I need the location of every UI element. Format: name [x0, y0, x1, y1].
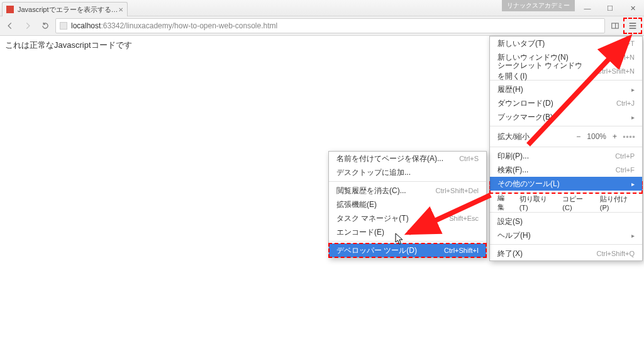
menu-history[interactable]: 履歴(H) [490, 82, 642, 96]
url-bar[interactable]: localhost:63342/linuxacademy/how-to-open… [55, 18, 605, 33]
zoom-in-button[interactable]: + [613, 132, 617, 141]
menu-find[interactable]: 検索(F)...Ctrl+F [490, 163, 642, 177]
zoom-value: 100% [587, 132, 606, 141]
menu-copy[interactable]: コピー(C) [562, 194, 591, 211]
tab-title: Javascriptでエラーを表示する… [18, 5, 118, 14]
forward-button[interactable] [20, 18, 35, 33]
menu-bookmarks[interactable]: ブックマーク(B) [490, 110, 642, 124]
submenu-task-manager[interactable]: タスク マネージャ(T)Shift+Esc [329, 211, 486, 225]
menu-cut[interactable]: 切り取り(T) [519, 194, 554, 211]
menu-new-tab[interactable]: 新しいタブ(T)Ctrl+T [490, 36, 642, 50]
zoom-out-button[interactable]: − [576, 132, 580, 141]
window-titlebar: Javascriptでエラーを表示する… ✕ リナックスアカデミー — ☐ ✕ [0, 0, 644, 16]
menu-incognito[interactable]: シークレット ウィンドウを開く(I)Ctrl+Shift+N [490, 64, 642, 78]
submenu-save-as[interactable]: 名前を付けてページを保存(A)...Ctrl+S [329, 152, 486, 165]
menu-settings[interactable]: 設定(S) [490, 215, 642, 228]
submenu-add-to-desktop[interactable]: デスクトップに追加... [329, 165, 486, 179]
url-path: :63342/linuxacademy/how-to-open-web-cons… [101, 21, 277, 30]
chrome-menu-button[interactable] [624, 18, 641, 33]
reload-button[interactable] [38, 18, 53, 33]
page-text: これは正常なJavascriptコードです [5, 40, 132, 50]
window-controls: — ☐ ✕ [576, 0, 644, 16]
chrome-main-menu: 新しいタブ(T)Ctrl+T 新しいウィンドウ(N)Ctrl+N シークレット … [489, 36, 643, 261]
close-window-button[interactable]: ✕ [621, 0, 644, 16]
menu-paste[interactable]: 貼り付け(P) [600, 194, 635, 211]
menu-edit-row: 編集 切り取り(T) コピー(C) 貼り付け(P) [490, 195, 642, 210]
menu-exit[interactable]: 終了(X)Ctrl+Shift+Q [490, 247, 642, 260]
zoom-label: 拡大/縮小 [497, 131, 530, 142]
menu-edit-label: 編集 [497, 193, 511, 212]
app-overlay-label: リナックスアカデミー [502, 0, 575, 11]
menu-zoom-row: 拡大/縮小 − 100% + [490, 128, 642, 145]
url-host: localhost [71, 21, 101, 30]
submenu-extensions[interactable]: 拡張機能(E) [329, 198, 486, 211]
minimize-button[interactable]: — [576, 0, 599, 16]
panel-toggle-icon[interactable] [608, 18, 623, 33]
submenu-clear-browsing[interactable]: 閲覧履歴を消去(C)...Ctrl+Shift+Del [329, 184, 486, 198]
tab-close-icon[interactable]: ✕ [118, 6, 123, 13]
browser-tab[interactable]: Javascriptでエラーを表示する… ✕ [2, 2, 128, 16]
chrome-more-tools-submenu: 名前を付けてページを保存(A)...Ctrl+S デスクトップに追加... 閲覧… [328, 151, 487, 258]
maximize-button[interactable]: ☐ [599, 0, 621, 16]
fullscreen-button[interactable] [623, 136, 635, 138]
menu-help[interactable]: ヘルプ(H) [490, 228, 642, 242]
browser-toolbar: localhost:63342/linuxacademy/how-to-open… [0, 16, 644, 36]
submenu-devtools[interactable]: デベロッパー ツール(D)Ctrl+Shift+I [329, 243, 486, 257]
back-button[interactable] [3, 18, 18, 33]
menu-more-tools[interactable]: その他のツール(L) [490, 177, 642, 191]
menu-print[interactable]: 印刷(P)...Ctrl+P [490, 149, 642, 163]
tab-favicon [6, 6, 14, 13]
file-icon [60, 22, 67, 30]
submenu-encoding[interactable]: エンコード(E) [329, 225, 486, 239]
menu-downloads[interactable]: ダウンロード(D)Ctrl+J [490, 96, 642, 110]
